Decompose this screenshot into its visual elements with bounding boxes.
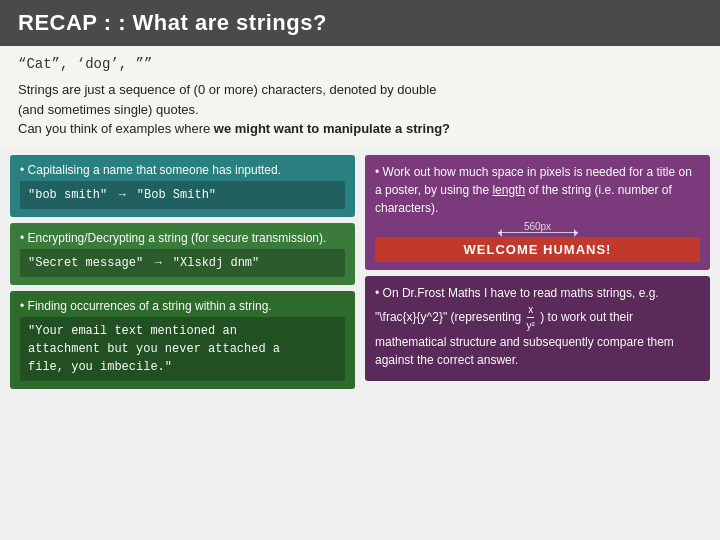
card1-code-after: "Bob Smith" — [137, 188, 216, 202]
card3-code: "Your email text mentioned an attachment… — [20, 317, 345, 381]
quote-line: “Cat”, ‘dog’, ”” — [18, 56, 702, 72]
card-right2-text: On Dr.Frost Maths I have to read maths s… — [375, 284, 700, 369]
page-header: RECAP : : What are strings? — [0, 0, 720, 46]
arrow-line — [498, 232, 578, 233]
arrow-line-container — [375, 232, 700, 233]
card2-code: "Secret message" → "Xlskdj dnm" — [20, 249, 345, 277]
fraction-denominator: y² — [526, 318, 536, 333]
card3-bullet: Finding occurrences of a string within a… — [20, 299, 345, 313]
header-title: RECAP : : What are strings? — [18, 10, 327, 35]
card1-code-before: "bob smith" — [28, 188, 107, 202]
intro-section: “Cat”, ‘dog’, ”” Strings are just a sequ… — [0, 46, 720, 147]
content-grid: Capitalising a name that someone has inp… — [10, 155, 710, 495]
px-label: 560px — [375, 221, 700, 232]
card1-bullet: Capitalising a name that someone has inp… — [20, 163, 345, 177]
desc-bold: we might want to manipulate a string? — [214, 121, 450, 136]
arrow-icon2: → — [154, 256, 161, 270]
arrow-icon: → — [118, 188, 125, 202]
left-column: Capitalising a name that someone has inp… — [10, 155, 360, 495]
card-capitalising: Capitalising a name that someone has inp… — [10, 155, 355, 217]
desc-line3: Can you think of examples where — [18, 121, 214, 136]
description: Strings are just a sequence of (0 or mor… — [18, 80, 702, 139]
fraction-numerator: x — [527, 302, 534, 318]
card-finding: Finding occurrences of a string within a… — [10, 291, 355, 389]
welcome-box: WELCOME HUMANS! — [375, 237, 700, 262]
desc-line2: (and sometimes single) quotes. — [18, 102, 199, 117]
right-column: Work out how much space in pixels is nee… — [360, 155, 710, 495]
fraction: x y² — [526, 302, 536, 333]
card-encrypting: Encrypting/Decrypting a string (for secu… — [10, 223, 355, 285]
card-right1-text: Work out how much space in pixels is nee… — [375, 163, 700, 217]
desc-line1: Strings are just a sequence of (0 or mor… — [18, 82, 436, 97]
length-word: length — [492, 183, 525, 197]
card-drfrost: On Dr.Frost Maths I have to read maths s… — [365, 276, 710, 381]
card-pixels: Work out how much space in pixels is nee… — [365, 155, 710, 270]
card2-bullet: Encrypting/Decrypting a string (for secu… — [20, 231, 345, 245]
card1-code: "bob smith" → "Bob Smith" — [20, 181, 345, 209]
card2-code-before: "Secret message" — [28, 256, 143, 270]
card2-code-after: "Xlskdj dnm" — [173, 256, 259, 270]
